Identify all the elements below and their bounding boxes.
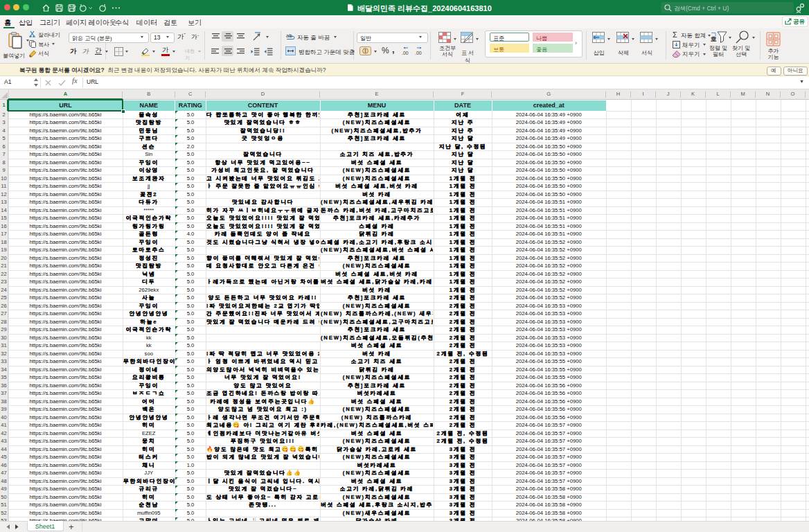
svg-text:.00: .00 <box>415 51 422 55</box>
svg-text:.00: .00 <box>402 51 409 55</box>
svg-text:ab: ab <box>286 33 292 39</box>
svg-text:호: 호 <box>711 36 716 42</box>
